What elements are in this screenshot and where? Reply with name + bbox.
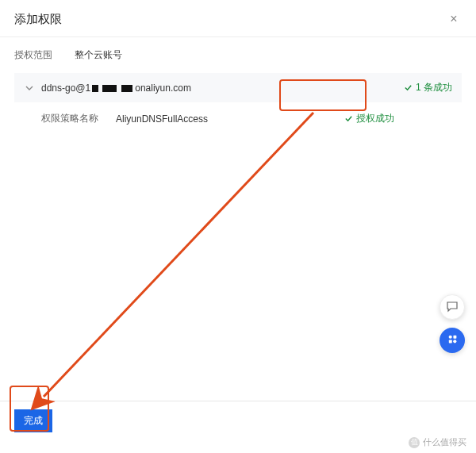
dialog-footer: 完成 <box>0 401 476 453</box>
dialog-body: 授权范围 整个云账号 ddns-go@1onaliyun.com 1 条成功 权… <box>0 37 476 401</box>
result-summary: 1 条成功 <box>404 81 452 94</box>
dialog-title: 添加权限 <box>14 12 62 27</box>
redacted-segment <box>121 85 132 92</box>
check-icon <box>344 114 353 123</box>
svg-rect-2 <box>448 340 451 343</box>
auth-status-text: 授权成功 <box>356 112 394 125</box>
close-button[interactable]: × <box>446 11 462 27</box>
watermark-text: 什么值得买 <box>423 436 466 448</box>
done-button[interactable]: 完成 <box>14 409 52 432</box>
policy-label: 权限策略名称 <box>41 112 98 125</box>
feedback-button[interactable] <box>440 294 465 320</box>
principal-suffix: onaliyun.com <box>135 83 191 94</box>
result-summary-text: 1 条成功 <box>416 81 452 94</box>
auth-status: 授权成功 <box>344 112 394 125</box>
principal-name: ddns-go@1onaliyun.com <box>41 83 191 94</box>
policy-detail-row: 权限策略名称 AliyunDNSFullAccess 授权成功 <box>14 102 462 135</box>
redacted-segment <box>92 85 98 92</box>
check-icon <box>404 83 413 92</box>
svg-point-0 <box>448 336 451 339</box>
svg-point-3 <box>453 340 456 343</box>
watermark-badge: 值 <box>409 437 420 448</box>
fab-group <box>440 294 465 353</box>
apps-button[interactable] <box>440 328 465 353</box>
close-icon: × <box>450 12 457 26</box>
redacted-segment <box>102 85 117 92</box>
policy-name: AliyunDNSFullAccess <box>116 113 208 125</box>
dialog-header: 添加权限 × <box>0 0 476 37</box>
grid-icon <box>447 333 459 347</box>
principal-prefix: ddns-go@1 <box>41 83 90 94</box>
scope-value: 整个云账号 <box>75 48 122 62</box>
scope-label: 授权范围 <box>14 48 52 62</box>
result-row[interactable]: ddns-go@1onaliyun.com 1 条成功 <box>14 73 462 102</box>
speech-bubble-icon <box>446 300 459 315</box>
watermark: 值 什么值得买 <box>409 436 466 448</box>
svg-rect-1 <box>453 336 456 339</box>
add-permission-dialog: 添加权限 × 授权范围 整个云账号 ddns-go@1onaliyun.com … <box>0 0 476 453</box>
scope-row: 授权范围 整个云账号 <box>14 48 462 62</box>
chevron-down-icon <box>24 83 35 94</box>
